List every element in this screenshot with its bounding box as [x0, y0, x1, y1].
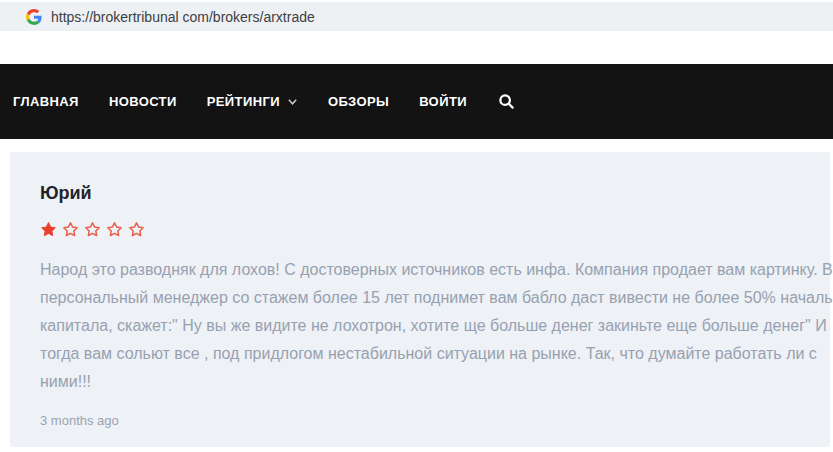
review-author: Юрий: [40, 183, 800, 204]
review-timestamp: 3 months ago: [40, 413, 800, 428]
nav-item-login-label: ВОЙТИ: [419, 94, 467, 109]
address-bar[interactable]: https://brokertribunal com/brokers/arxtr…: [0, 2, 833, 31]
star-icon-filled: [40, 221, 57, 238]
nav-item-news-label: НОВОСТИ: [109, 94, 177, 109]
url-text[interactable]: https://brokertribunal com/brokers/arxtr…: [51, 9, 315, 25]
star-icon-empty: [128, 221, 145, 238]
nav-item-main-label: ГЛАВНАЯ: [13, 94, 79, 109]
chevron-down-icon: [287, 96, 298, 107]
review-text-line: ними!!!: [40, 368, 800, 396]
review-text-line: капитала, скажет:" Ну вы же видите не ло…: [40, 312, 800, 340]
main-navbar: ГЛАВНАЯ НОВОСТИ РЕЙТИНГИ ОБЗОРЫ ВОЙТИ: [0, 64, 833, 139]
nav-item-reviews[interactable]: ОБЗОРЫ: [328, 94, 389, 109]
nav-item-news[interactable]: НОВОСТИ: [109, 94, 177, 109]
nav-item-reviews-label: ОБЗОРЫ: [328, 94, 389, 109]
nav-item-ratings[interactable]: РЕЙТИНГИ: [207, 94, 298, 109]
star-icon-empty: [62, 221, 79, 238]
star-icon-empty: [84, 221, 101, 238]
search-icon: [498, 93, 515, 110]
review-text: Народ это разводняк для лохов! С достове…: [40, 256, 800, 396]
nav-item-main[interactable]: ГЛАВНАЯ: [13, 94, 79, 109]
review-text-line: тогда вам сольют все , под придлогом нес…: [40, 340, 800, 368]
search-button[interactable]: [498, 93, 515, 110]
nav-item-login[interactable]: ВОЙТИ: [419, 94, 467, 109]
review-text-line: Народ это разводняк для лохов! С достове…: [40, 256, 800, 284]
review-text-line: персональный менеджер со стажем более 15…: [40, 284, 800, 312]
star-icon-empty: [106, 221, 123, 238]
star-rating: [40, 220, 800, 238]
google-favicon-icon: [26, 9, 42, 25]
nav-item-ratings-label: РЕЙТИНГИ: [207, 94, 280, 109]
review-card: Юрий Народ это разводняк для лохов! С до…: [10, 152, 830, 447]
